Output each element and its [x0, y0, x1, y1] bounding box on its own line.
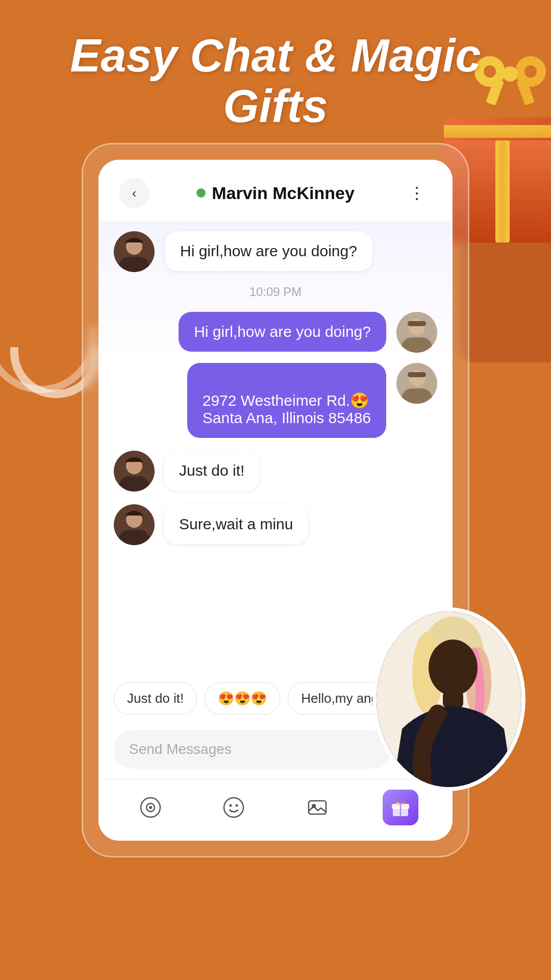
bubble-incoming-3: Sure,wait a minu [164, 504, 308, 544]
chat-messages: Hi girl,how are you doing? 10:09 PM Hi g… [98, 221, 453, 672]
message-row-outgoing-2: 2972 Westheimer Rd.😍 Santa Ana, Illinois… [114, 363, 437, 438]
message-text-4: 2972 Westheimer Rd.😍 Santa Ana, Illinois… [203, 392, 371, 426]
voice-button[interactable] [133, 790, 168, 825]
svg-rect-10 [408, 372, 426, 377]
more-options-button[interactable]: ⋮ [402, 178, 432, 208]
svg-point-32 [429, 640, 478, 696]
svg-point-22 [236, 804, 238, 807]
svg-rect-23 [309, 801, 326, 814]
avatar-male-2 [396, 363, 437, 404]
bubble-incoming-1: Hi girl,how are you doing? [165, 231, 372, 271]
avatar-male-1 [396, 312, 437, 353]
avatar-female-1 [114, 231, 155, 272]
message-row-incoming-1: Hi girl,how are you doing? [114, 231, 437, 272]
avatar-female-2 [114, 451, 155, 492]
quick-reply-1[interactable]: Just do it! [114, 682, 197, 715]
svg-rect-16 [119, 530, 149, 545]
svg-rect-6 [408, 321, 426, 326]
input-placeholder: Send Messages [129, 741, 232, 757]
bottom-toolbar [98, 779, 453, 841]
avatar-female-3 [114, 504, 155, 545]
hero-title: Easy Chat & Magic Gifts [0, 31, 551, 132]
svg-rect-9 [402, 388, 432, 404]
svg-rect-5 [402, 337, 432, 353]
image-button[interactable] [299, 790, 335, 825]
message-text-1: Hi girl,how are you doing? [180, 242, 357, 259]
quick-reply-2[interactable]: 😍😍😍 [205, 682, 280, 715]
gift-button[interactable] [383, 790, 418, 825]
message-text-6: Sure,wait a minu [179, 516, 293, 532]
svg-rect-13 [119, 476, 149, 492]
message-text-3: Hi girl,how are you doing? [194, 323, 371, 340]
svg-point-21 [230, 804, 232, 807]
bubble-incoming-2: Just do it! [164, 451, 260, 491]
chat-header: ‹ Marvin McKinney ⋮ [98, 160, 453, 221]
contact-name-row: Marvin McKinney [196, 183, 355, 203]
timestamp-1: 10:09 PM [114, 285, 437, 299]
emoji-button[interactable] [216, 790, 252, 825]
back-button[interactable]: ‹ [119, 178, 149, 208]
back-icon: ‹ [132, 185, 137, 201]
svg-rect-33 [443, 691, 463, 708]
user-photo-overlay [372, 607, 525, 791]
svg-point-19 [149, 806, 152, 809]
bubble-outgoing-1: Hi girl,how are you doing? [179, 312, 386, 352]
message-text-5: Just do it! [179, 462, 244, 479]
online-status-dot [196, 188, 206, 198]
bubble-outgoing-2: 2972 Westheimer Rd.😍 Santa Ana, Illinois… [187, 363, 386, 438]
message-row-outgoing-1: Hi girl,how are you doing? [114, 312, 437, 353]
message-row-incoming-2: Just do it! [114, 451, 437, 492]
message-row-incoming-3: Sure,wait a minu [114, 504, 437, 545]
svg-point-20 [224, 798, 243, 817]
message-input[interactable]: Send Messages [114, 730, 391, 769]
more-icon: ⋮ [409, 183, 425, 203]
contact-name: Marvin McKinney [212, 183, 355, 203]
svg-rect-2 [119, 257, 149, 272]
